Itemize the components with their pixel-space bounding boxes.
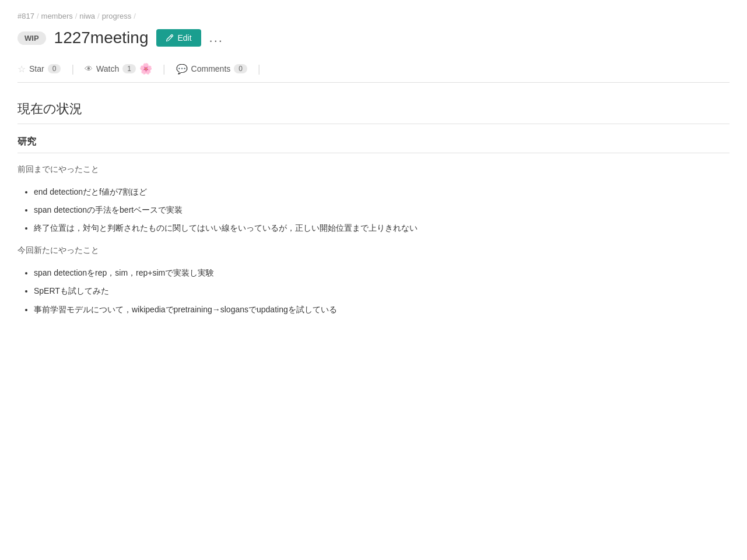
eye-icon: 👁 (85, 64, 93, 73)
breadcrumb-members[interactable]: members (41, 12, 73, 20)
section-heading: 現在の状況 (17, 100, 730, 124)
watch-action[interactable]: 👁 Watch 1 🌸 (75, 62, 162, 75)
comment-icon: 💬 (176, 64, 188, 75)
content-area: 現在の状況 研究 前回までにやったこと end detectionだとf値が7割… (17, 83, 730, 317)
separator-3: | (257, 63, 262, 75)
action-bar: ☆ Star 0 | 👁 Watch 1 🌸 | 💬 Comments 0 | (17, 57, 730, 83)
watch-count: 1 (122, 64, 136, 73)
star-count: 0 (48, 64, 61, 73)
watch-label: Watch (96, 64, 119, 73)
separator-2: | (162, 63, 167, 75)
sep4: / (134, 12, 136, 20)
paragraph-1: 前回までにやったこと (17, 163, 730, 177)
edit-button-label: Edit (177, 33, 191, 43)
list-item: span detectionをrep，sim，rep+simで実装し実験 (34, 266, 730, 280)
bullet-list-1: end detectionだとf値が7割ほど span detectionの手法… (17, 185, 730, 236)
paragraph-2: 今回新たにやったこと (17, 244, 730, 258)
list-item: 事前学習モデルについて，wikipediaでpretraining→slogan… (34, 302, 730, 317)
page-title: 1227meeting (54, 29, 149, 47)
wip-badge: WIP (17, 31, 46, 45)
sep1: / (37, 12, 39, 20)
pencil-icon (166, 34, 174, 42)
comments-label: Comments (191, 64, 231, 73)
comments-count: 0 (234, 64, 247, 73)
list-item: 終了位置は，対句と判断されたものに関してはいい線をいっているが，正しい開始位置ま… (34, 221, 730, 235)
list-item: span detectionの手法をbertベースで実装 (34, 203, 730, 217)
subsection-heading: 研究 (17, 136, 730, 153)
star-action[interactable]: ☆ Star 0 (17, 64, 70, 75)
more-button[interactable]: ... (209, 30, 223, 45)
list-item: SpERTも試してみた (34, 284, 730, 298)
bullet-list-2: span detectionをrep，sim，rep+simで実装し実験 SpE… (17, 266, 730, 317)
breadcrumb-progress[interactable]: progress (102, 12, 132, 20)
breadcrumb: #817 / members / niwa / progress / (17, 12, 730, 20)
separator-1: | (70, 63, 75, 75)
sep2: / (75, 12, 78, 20)
sep3: / (97, 12, 100, 20)
watcher-avatar: 🌸 (139, 62, 152, 75)
star-label: Star (29, 64, 44, 73)
star-icon: ☆ (17, 64, 26, 75)
title-row: WIP 1227meeting Edit ... (17, 29, 730, 47)
list-item: end detectionだとf値が7割ほど (34, 185, 730, 199)
edit-button[interactable]: Edit (156, 29, 201, 47)
comments-action[interactable]: 💬 Comments 0 (167, 64, 257, 75)
issue-number: #817 (17, 12, 34, 20)
breadcrumb-niwa[interactable]: niwa (79, 12, 95, 20)
